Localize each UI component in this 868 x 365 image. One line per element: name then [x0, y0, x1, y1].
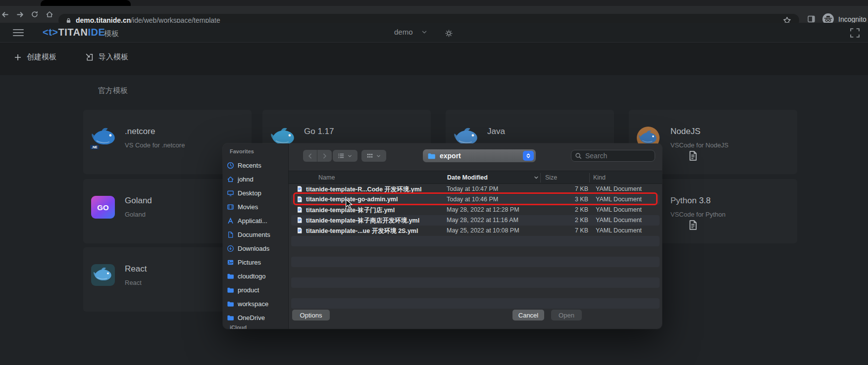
dialog-back-button[interactable]	[303, 150, 317, 162]
dialog-forward-button[interactable]	[317, 150, 332, 162]
chevron-right-icon	[321, 153, 328, 159]
sidebar-item-documents[interactable]: Documents	[227, 228, 286, 240]
fullscreen-button[interactable]	[850, 28, 860, 38]
sidebar-item-johnd[interactable]: johnd	[227, 173, 286, 185]
file-row-highlighted[interactable]: titanide-template-go-admin.yml Today at …	[291, 194, 660, 205]
browser-home-button[interactable]	[43, 7, 56, 21]
file-row[interactable]: titanide-template-...ue 开发环境 2S.yml May …	[291, 226, 660, 236]
cancel-button[interactable]: Cancel	[512, 310, 544, 320]
dialog-sidebar: Favorites Recents johnd Desktop Movies A…	[223, 143, 289, 329]
dialog-nav-buttons	[303, 150, 332, 162]
sidebar-item-downloads[interactable]: Downloads	[227, 242, 286, 254]
card-title: Go 1.17	[304, 127, 334, 137]
card-subtitle: VSCode for NodeJS	[670, 141, 728, 149]
empty-row	[291, 267, 660, 277]
template-file-icon[interactable]	[687, 220, 698, 232]
sidebar-item-desktop[interactable]: Desktop	[227, 187, 286, 199]
column-divider	[589, 173, 590, 182]
card-title: Goland	[125, 196, 152, 206]
side-panel-icon	[807, 15, 816, 23]
create-template-button[interactable]: 创建模板	[14, 52, 56, 62]
card-subtitle: VS Code for .netcore	[125, 141, 185, 149]
sidebar-item-product[interactable]: product	[227, 284, 286, 296]
sidebar-item-onedrive[interactable]: OneDrive	[227, 312, 286, 323]
browser-forward-button[interactable]	[13, 7, 27, 21]
back-icon	[1, 10, 9, 19]
card-title: .netcore	[125, 127, 155, 137]
file-row[interactable]: titanide-template-袜子门店.yml May 28, 2022 …	[291, 205, 660, 215]
browser-tab[interactable]	[41, 0, 131, 6]
location-dropdown[interactable]: export	[423, 149, 536, 162]
options-button[interactable]: Options	[292, 310, 330, 320]
create-template-label: 创建模板	[27, 52, 56, 62]
home-icon	[227, 176, 234, 183]
document-icon	[227, 231, 234, 238]
file-list: titanide-template-R...Code 开发环境.yml Toda…	[289, 184, 662, 309]
template-actions: 创建模板 导入模板	[0, 49, 868, 69]
react-icon	[91, 264, 118, 287]
browser-back-button[interactable]	[0, 7, 12, 21]
card-subtitle: Goland	[125, 211, 146, 218]
import-template-button[interactable]: 导入模板	[85, 52, 128, 62]
forward-icon	[16, 10, 24, 19]
column-size[interactable]: Size	[545, 174, 557, 181]
sidebar-item-pictures[interactable]: Pictures	[227, 256, 286, 268]
sidebar-section-icloud: iCloud	[230, 324, 247, 329]
dotnet-badge: .NE	[90, 145, 99, 149]
chevron-left-icon	[307, 153, 313, 159]
sort-chevron-icon	[533, 175, 539, 181]
dotnet-icon: .NE	[91, 127, 118, 149]
sidebar-item-recents[interactable]: Recents	[227, 159, 286, 171]
folder-icon	[227, 314, 234, 321]
chevron-down-icon	[421, 29, 428, 36]
open-button[interactable]: Open	[551, 310, 582, 320]
list-view-button[interactable]	[333, 150, 357, 162]
column-divider	[540, 173, 541, 182]
grid-view-button[interactable]	[361, 150, 386, 162]
yaml-file-icon	[296, 206, 303, 213]
search-icon	[575, 152, 582, 159]
location-stepper	[523, 151, 534, 161]
empty-row	[291, 246, 660, 257]
sidebar-item-movies[interactable]: Movies	[227, 201, 286, 213]
folder-icon	[227, 300, 234, 308]
location-label: export	[440, 152, 523, 160]
card-subtitle: React	[125, 279, 142, 286]
column-date-modified[interactable]: Date Modified	[447, 174, 488, 181]
card-title: NodeJS	[670, 127, 700, 137]
app-logo: <t>TITANIDE	[43, 27, 105, 38]
sidebar-item-applications[interactable]: Applicati...	[227, 215, 286, 227]
photo-icon	[227, 259, 234, 266]
plus-icon	[14, 53, 22, 61]
fullscreen-icon	[850, 28, 860, 38]
search-input[interactable]	[571, 150, 655, 162]
grid-view-icon	[366, 152, 373, 159]
yaml-file-icon	[296, 185, 303, 192]
card-title: Python 3.8	[670, 196, 711, 206]
logo-bracket: <t>	[43, 27, 58, 38]
workspace-selector[interactable]: demo	[394, 28, 428, 36]
folder-icon	[427, 152, 436, 160]
file-row[interactable]: titanide-template-R...Code 开发环境.yml Toda…	[291, 184, 660, 194]
column-kind[interactable]: Kind	[593, 174, 606, 181]
side-panel-button[interactable]	[807, 14, 816, 23]
card-title: React	[125, 264, 147, 274]
menu-button[interactable]	[13, 29, 24, 36]
sidebar-item-workspace[interactable]: workspace	[227, 298, 286, 310]
sidebar-item-cloudtogo[interactable]: cloudtogo	[227, 270, 286, 282]
page-title: 模板	[104, 29, 119, 39]
desktop-icon	[227, 189, 234, 197]
import-template-label: 导入模板	[99, 52, 128, 62]
empty-row	[291, 298, 660, 309]
template-file-icon[interactable]	[687, 150, 698, 163]
browser-reload-button[interactable]	[28, 7, 42, 21]
folder-icon	[227, 286, 234, 294]
settings-button[interactable]	[445, 29, 453, 38]
file-row[interactable]: titanide-template-袜子商店开发环境.yml May 28, 2…	[291, 215, 660, 226]
section-title: 官方模板	[98, 86, 128, 95]
card-subtitle: VSCode for Python	[670, 211, 725, 218]
empty-row	[291, 288, 660, 298]
file-list-header: Name Date Modified Size Kind	[289, 171, 662, 184]
column-name[interactable]: Name	[318, 174, 335, 181]
clock-icon	[227, 162, 234, 169]
